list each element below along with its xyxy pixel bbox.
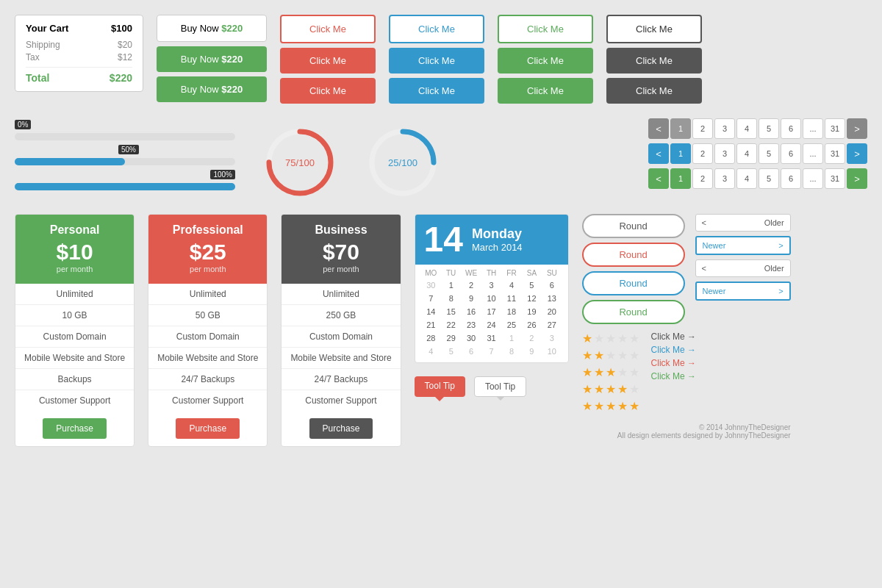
cal-4b[interactable]: 4 bbox=[421, 345, 441, 358]
cal-7[interactable]: 7 bbox=[421, 292, 441, 305]
newer-btn-2[interactable]: Newer > bbox=[695, 282, 791, 301]
page-6-green[interactable]: 6 bbox=[781, 168, 801, 189]
page-prev-green[interactable]: < bbox=[648, 168, 669, 189]
link-blue[interactable]: Click Me → bbox=[651, 345, 696, 355]
page-3-blue[interactable]: 3 bbox=[714, 143, 735, 164]
older-btn-1[interactable]: < Older bbox=[695, 214, 791, 232]
cal-16[interactable]: 16 bbox=[461, 305, 481, 318]
page-4-green[interactable]: 4 bbox=[736, 168, 757, 189]
link-gray[interactable]: Click Me → bbox=[651, 331, 696, 342]
page-2-green[interactable]: 2 bbox=[692, 168, 713, 189]
dark-outline-button[interactable]: Click Me bbox=[606, 15, 702, 43]
link-red[interactable]: Click Me → bbox=[651, 358, 696, 368]
cal-27[interactable]: 27 bbox=[542, 318, 562, 331]
page-4-blue[interactable]: 4 bbox=[736, 143, 757, 164]
round-gray-button[interactable]: Round bbox=[582, 214, 685, 238]
cal-29[interactable]: 29 bbox=[441, 331, 461, 345]
cal-30b[interactable]: 30 bbox=[461, 331, 481, 345]
cal-10b[interactable]: 10 bbox=[542, 345, 562, 358]
page-6-gray[interactable]: 6 bbox=[781, 118, 801, 139]
green-solid-button-1[interactable]: Click Me bbox=[498, 48, 593, 74]
cal-17[interactable]: 17 bbox=[481, 305, 501, 318]
buy-now-green-button-1[interactable]: Buy Now $220 bbox=[157, 46, 267, 72]
cal-13[interactable]: 13 bbox=[542, 292, 562, 305]
page-ellipsis-blue[interactable]: ... bbox=[803, 143, 823, 164]
cal-31[interactable]: 31 bbox=[481, 331, 501, 345]
page-1-green[interactable]: 1 bbox=[670, 168, 691, 189]
cal-11[interactable]: 11 bbox=[501, 292, 521, 305]
cal-22[interactable]: 22 bbox=[441, 318, 461, 331]
page-next-gray[interactable]: > bbox=[847, 118, 867, 139]
cal-6b[interactable]: 6 bbox=[461, 345, 481, 358]
pricing-personal-btn[interactable]: Purchase bbox=[43, 418, 107, 439]
cal-18[interactable]: 18 bbox=[501, 305, 521, 318]
cal-9[interactable]: 9 bbox=[461, 292, 481, 305]
page-4-gray[interactable]: 4 bbox=[736, 118, 757, 139]
older-btn-2[interactable]: < Older bbox=[695, 259, 791, 277]
cal-23[interactable]: 23 bbox=[461, 318, 481, 331]
pricing-business-btn[interactable]: Purchase bbox=[309, 418, 373, 439]
cal-2[interactable]: 2 bbox=[461, 279, 481, 292]
cal-10[interactable]: 10 bbox=[481, 292, 501, 305]
cal-30[interactable]: 30 bbox=[421, 279, 441, 292]
page-31-blue[interactable]: 31 bbox=[825, 143, 845, 164]
cal-20[interactable]: 20 bbox=[542, 305, 562, 318]
blue-solid-button-1[interactable]: Click Me bbox=[389, 48, 484, 74]
cal-3b[interactable]: 3 bbox=[542, 331, 562, 345]
round-red-button[interactable]: Round bbox=[582, 243, 685, 267]
red-solid-button-1[interactable]: Click Me bbox=[280, 48, 376, 74]
buy-now-outline-button[interactable]: Buy Now $220 bbox=[157, 15, 267, 42]
page-next-green[interactable]: > bbox=[847, 168, 867, 189]
newer-btn-1[interactable]: Newer > bbox=[695, 236, 791, 255]
green-outline-button[interactable]: Click Me bbox=[498, 15, 593, 43]
blue-solid-button-2[interactable]: Click Me bbox=[389, 78, 484, 104]
pricing-professional-btn[interactable]: Purchase bbox=[176, 418, 240, 439]
cal-8b[interactable]: 8 bbox=[501, 345, 521, 358]
page-3-gray[interactable]: 3 bbox=[714, 118, 735, 139]
cal-14-today[interactable]: 14 bbox=[421, 305, 441, 318]
page-1-gray[interactable]: 1 bbox=[670, 118, 691, 139]
cal-2b[interactable]: 2 bbox=[522, 331, 542, 345]
cal-12[interactable]: 12 bbox=[522, 292, 542, 305]
page-2-gray[interactable]: 2 bbox=[692, 118, 713, 139]
page-31-gray[interactable]: 31 bbox=[825, 118, 845, 139]
cal-21[interactable]: 21 bbox=[421, 318, 441, 331]
page-5-blue[interactable]: 5 bbox=[759, 143, 779, 164]
cal-26[interactable]: 26 bbox=[522, 318, 542, 331]
cal-24[interactable]: 24 bbox=[481, 318, 501, 331]
cal-19[interactable]: 19 bbox=[522, 305, 542, 318]
page-next-blue[interactable]: > bbox=[847, 143, 867, 164]
page-31-green[interactable]: 31 bbox=[825, 168, 845, 189]
cal-5[interactable]: 5 bbox=[522, 279, 542, 292]
cal-15[interactable]: 15 bbox=[441, 305, 461, 318]
cal-4[interactable]: 4 bbox=[501, 279, 521, 292]
cal-28[interactable]: 28 bbox=[421, 331, 441, 345]
page-prev-blue[interactable]: < bbox=[648, 143, 669, 164]
cal-5b[interactable]: 5 bbox=[441, 345, 461, 358]
link-green[interactable]: Click Me → bbox=[651, 371, 696, 381]
buy-now-green-button-2[interactable]: Buy Now $220 bbox=[157, 76, 267, 102]
green-solid-button-2[interactable]: Click Me bbox=[498, 78, 593, 104]
dark-solid-button-2[interactable]: Click Me bbox=[606, 78, 702, 104]
round-green-button[interactable]: Round bbox=[582, 300, 685, 324]
page-2-blue[interactable]: 2 bbox=[692, 143, 713, 164]
cal-1b[interactable]: 1 bbox=[501, 331, 521, 345]
red-outline-button[interactable]: Click Me bbox=[280, 15, 376, 43]
cal-25[interactable]: 25 bbox=[501, 318, 521, 331]
page-6-blue[interactable]: 6 bbox=[781, 143, 801, 164]
page-1-blue[interactable]: 1 bbox=[670, 143, 691, 164]
page-prev-gray[interactable]: < bbox=[648, 118, 669, 139]
page-5-green[interactable]: 5 bbox=[759, 168, 779, 189]
page-3-green[interactable]: 3 bbox=[714, 168, 735, 189]
page-5-gray[interactable]: 5 bbox=[759, 118, 779, 139]
cal-7b[interactable]: 7 bbox=[481, 345, 501, 358]
cal-6[interactable]: 6 bbox=[542, 279, 562, 292]
cal-8[interactable]: 8 bbox=[441, 292, 461, 305]
page-ellipsis-green[interactable]: ... bbox=[803, 168, 823, 189]
red-solid-button-2[interactable]: Click Me bbox=[280, 78, 376, 104]
cal-1[interactable]: 1 bbox=[441, 279, 461, 292]
dark-solid-button-1[interactable]: Click Me bbox=[606, 48, 702, 74]
round-blue-button[interactable]: Round bbox=[582, 271, 685, 295]
cal-3[interactable]: 3 bbox=[481, 279, 501, 292]
cal-9b[interactable]: 9 bbox=[522, 345, 542, 358]
